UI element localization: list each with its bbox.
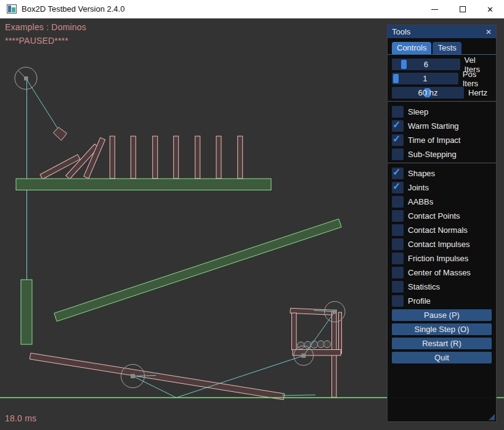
checkbox-row-warm-starting: ✓Warm Starting: [392, 120, 492, 132]
checkbox-label-sub-stepping: Sub-Stepping: [408, 150, 457, 159]
checkbox-row-sub-stepping: Sub-Stepping: [392, 148, 492, 160]
checkbox-warm-starting[interactable]: ✓: [392, 120, 404, 132]
restart-r-button[interactable]: Restart (R): [392, 338, 492, 349]
checkbox-label-center-of-masses: Center of Masses: [408, 268, 471, 277]
app-icon: [7, 4, 17, 14]
stand-shelf: [293, 350, 341, 356]
minimize-button[interactable]: [421, 0, 449, 18]
checkbox-row-contact-impulses: Contact Impulses: [392, 238, 492, 250]
window-titlebar: Box2D Testbed Version 2.4.0 ✕: [0, 0, 504, 18]
hertz-slider[interactable]: 60 hz: [392, 87, 464, 99]
checkbox-sleep[interactable]: [392, 106, 404, 118]
checkbox-sub-stepping[interactable]: [392, 148, 404, 160]
hertz-value: 60 hz: [392, 87, 464, 99]
tools-panel-title: Tools: [392, 27, 486, 36]
shelf-ball-1: [298, 342, 305, 349]
single-step-o-button[interactable]: Single Step (O): [392, 323, 492, 335]
tab-tests[interactable]: Tests: [433, 42, 461, 54]
anchor-stand-lower: [301, 354, 306, 358]
domino-standing-4: [174, 136, 179, 179]
window-title: Box2D Testbed Version 2.4.0: [22, 4, 124, 14]
domino-standing-5: [195, 136, 200, 179]
pause-p-button[interactable]: Pause (P): [392, 309, 492, 321]
checkbox-time-of-impact[interactable]: ✓: [392, 134, 404, 146]
checkbox-label-profile: Profile: [408, 296, 431, 306]
tools-panel-titlebar[interactable]: Tools ✕: [388, 25, 496, 38]
tilting-plank: [30, 353, 285, 400]
quit-button[interactable]: Quit: [392, 352, 492, 363]
maximize-button[interactable]: [449, 0, 476, 18]
slider-row-vel-iters: 6Vel Iters: [392, 59, 492, 70]
tab-controls[interactable]: Controls: [392, 42, 431, 54]
checkbox-row-shapes: ✓Shapes: [392, 168, 492, 179]
domino-standing-2: [131, 136, 136, 179]
checkbox-contact-points[interactable]: [392, 210, 404, 222]
shelf-ball-2: [304, 341, 312, 349]
checkbox-row-aabbs: AABBs: [392, 196, 492, 208]
checkbox-aabbs[interactable]: [392, 196, 404, 208]
anchor-plank-pivot: [131, 374, 135, 378]
anchor-wheel: [24, 76, 28, 81]
checkbox-label-friction-impulses: Friction Impulses: [408, 254, 468, 263]
domino-standing-3: [153, 136, 158, 179]
checkmark-icon: ✓: [392, 166, 400, 178]
minimize-icon: [431, 9, 438, 10]
resize-grip[interactable]: [489, 414, 495, 420]
stand-top-beam: [290, 308, 336, 315]
checkbox-joints[interactable]: ✓: [392, 182, 404, 193]
checkbox-row-time-of-impact: ✓Time of Impact: [392, 134, 492, 146]
checkbox-label-contact-points: Contact Points: [408, 211, 460, 221]
checkbox-label-statistics: Statistics: [408, 282, 440, 291]
stand-left-post: [292, 313, 297, 350]
example-title: Examples : Dominos: [5, 22, 86, 32]
checkbox-label-joints: Joints: [408, 183, 429, 192]
platform-shelf: [16, 179, 271, 190]
checkbox-label-contact-normals: Contact Normals: [408, 225, 468, 235]
checkbox-row-joints: ✓Joints: [392, 182, 492, 193]
hanging-box: [54, 128, 67, 141]
checkbox-center-of-masses[interactable]: [392, 267, 404, 278]
slider-row-hertz: 60 hzHertz: [392, 87, 492, 99]
checkbox-row-statistics: Statistics: [392, 281, 492, 293]
checkmark-icon: ✓: [392, 119, 400, 131]
checkbox-label-contact-impulses: Contact Impulses: [408, 240, 469, 249]
domino-standing-7: [238, 136, 243, 179]
checkbox-row-profile: Profile: [392, 295, 492, 307]
checkbox-row-sleep: Sleep: [392, 106, 492, 118]
checkbox-profile[interactable]: [392, 295, 404, 307]
slider-row-pos-iters: 1Pos Iters: [392, 73, 492, 84]
shelf-ball-5: [323, 341, 331, 348]
checkbox-contact-impulses[interactable]: [392, 238, 404, 250]
hertz-label: Hertz: [468, 88, 487, 97]
checkbox-label-warm-starting: Warm Starting: [408, 121, 459, 131]
checkbox-label-sleep: Sleep: [408, 107, 428, 116]
stand-right-rail: [339, 312, 342, 354]
checkbox-label-aabbs: AABBs: [408, 197, 433, 206]
checkbox-contact-normals[interactable]: [392, 224, 404, 236]
close-icon: ✕: [487, 6, 494, 14]
checkmark-icon: ✓: [392, 133, 400, 145]
platform-ramp: [54, 219, 341, 321]
checkbox-shapes[interactable]: ✓: [392, 168, 404, 179]
joint-line-pendulum: [26, 78, 60, 131]
anchor-stand-top: [333, 310, 337, 314]
checkbox-row-contact-normals: Contact Normals: [392, 224, 492, 236]
checkbox-label-time-of-impact: Time of Impact: [408, 136, 460, 145]
checkmark-icon: ✓: [392, 181, 400, 192]
tab-bar: ControlsTests: [388, 42, 496, 55]
separator: [388, 101, 496, 102]
pos-iters-label: Pos Iters: [463, 70, 492, 88]
tools-panel: Tools ✕ ControlsTests 6Vel Iters1Pos Ite…: [387, 25, 497, 422]
checkbox-statistics[interactable]: [392, 281, 404, 293]
joint-rope-stand: [304, 312, 335, 355]
separator: [388, 163, 496, 163]
joint-line-ground-stub: [282, 395, 315, 396]
checkbox-friction-impulses[interactable]: [392, 253, 404, 264]
close-button[interactable]: ✕: [476, 0, 504, 18]
checkbox-label-shapes: Shapes: [408, 169, 435, 178]
paused-status: ****PAUSED****: [5, 36, 68, 46]
frame-time: 18.0 ms: [5, 413, 36, 423]
tools-panel-close-icon[interactable]: ✕: [486, 28, 492, 36]
pos-iters-slider[interactable]: 1: [392, 73, 458, 84]
vel-iters-slider[interactable]: 6: [392, 59, 460, 70]
